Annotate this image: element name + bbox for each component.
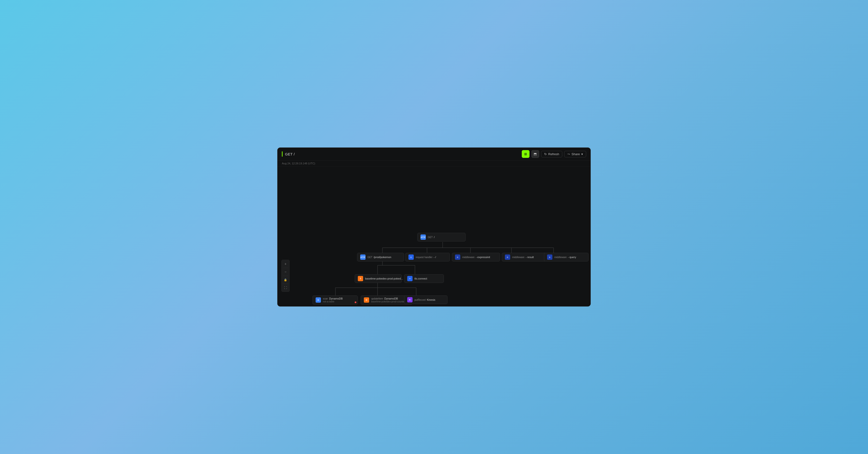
titlebar-right: ⊞ ⬒ ↻ Refresh ⤳ Share ▾ bbox=[522, 150, 586, 158]
lambda-label: baselime-pokedex-prod-poked... bbox=[365, 277, 403, 280]
node-child2[interactable]: ≡ request handler - / bbox=[405, 253, 450, 261]
zoom-controls: + − 🔒 ⛶ bbox=[281, 260, 289, 292]
dynamo2-service: DynamoDB bbox=[384, 297, 398, 300]
accent-bar bbox=[282, 151, 283, 157]
node-root[interactable]: HTTP GET / bbox=[417, 233, 466, 241]
layout-icon: ⊞ bbox=[524, 152, 527, 156]
node-child5[interactable]: ≡ middleware - query bbox=[544, 253, 589, 261]
node-child3[interactable]: ≡ middleware - expressinit bbox=[452, 253, 500, 261]
node-child2-content: request handler - / bbox=[416, 256, 436, 259]
zoom-out-icon: − bbox=[284, 270, 286, 274]
titlebar: GET / ⊞ ⬒ ↻ Refresh ⤳ Share ▾ bbox=[278, 148, 590, 161]
child2-sublabel: - / bbox=[434, 256, 436, 259]
node-root-method: GET bbox=[428, 236, 433, 238]
main-window: GET / ⊞ ⬒ ↻ Refresh ⤳ Share ▾ Aug 24, 12… bbox=[277, 148, 591, 306]
fullscreen-button[interactable]: ⛶ bbox=[283, 285, 288, 291]
node-dynamo1[interactable]: D scan DynamoDB not-a-table bbox=[312, 295, 358, 304]
refresh-icon: ↻ bbox=[544, 152, 547, 156]
lock-icon: 🔒 bbox=[284, 278, 287, 282]
node-child1[interactable]: HTTP GET /prod/pokemon bbox=[357, 253, 404, 261]
subtitle-bar: Aug 24, 12:26:19.148 (UTC) bbox=[278, 161, 590, 166]
child5-label: middleware bbox=[554, 256, 567, 259]
dynamo1-op: scan bbox=[323, 297, 328, 300]
dynamo2-table: baselime-pokedex-prod-counter bbox=[371, 300, 405, 303]
node-lambda[interactable]: λ baselime-pokedex-prod-poked... bbox=[355, 274, 402, 283]
http-icon-root: HTTP bbox=[421, 234, 426, 240]
dynamo2-icon: D bbox=[364, 297, 369, 303]
dynamo1-icon: D bbox=[316, 297, 321, 303]
middleware-icon-2: ≡ bbox=[505, 255, 510, 260]
zoom-in-button[interactable]: + bbox=[283, 261, 288, 267]
zoom-out-button[interactable]: − bbox=[283, 269, 288, 275]
child4-label: middleware bbox=[512, 256, 524, 259]
kinesis-op: putRecord bbox=[414, 299, 426, 301]
page-title: GET / bbox=[285, 152, 294, 156]
node-kinesis-content: putRecord Kinesis bbox=[414, 298, 435, 301]
lock-button[interactable]: 🔒 bbox=[283, 277, 288, 283]
node-tls-content: tls.connect bbox=[414, 277, 427, 280]
expand-icon: ⛶ bbox=[284, 286, 287, 289]
refresh-label: Refresh bbox=[548, 152, 559, 156]
child3-label: middleware bbox=[462, 256, 474, 259]
timestamp: Aug 24, 12:26:19.148 (UTC) bbox=[282, 162, 315, 165]
refresh-button[interactable]: ↻ Refresh bbox=[541, 151, 562, 157]
trace-canvas[interactable]: HTTP GET / HTTP GET /prod/pokemon ≡ bbox=[278, 166, 590, 306]
child1-method: GET bbox=[368, 256, 373, 259]
tls-icon: ≡ bbox=[407, 276, 412, 281]
child2-label: request handler bbox=[416, 256, 433, 259]
node-child1-content: GET /prod/pokemon bbox=[368, 256, 391, 259]
export-icon-btn[interactable]: ⬒ bbox=[531, 150, 539, 158]
child3-sublabel: - expressinit bbox=[476, 256, 490, 259]
error-indicator bbox=[355, 301, 356, 303]
node-dynamo1-content: scan DynamoDB not-a-table bbox=[323, 297, 343, 303]
kinesis-icon: K bbox=[407, 297, 412, 302]
dynamo2-op: updateItem bbox=[371, 297, 383, 300]
child1-path: /prod/pokemon bbox=[374, 256, 391, 259]
lambda-icon: λ bbox=[358, 276, 363, 281]
share-button[interactable]: ⤳ Share ▾ bbox=[564, 151, 586, 157]
child5-sublabel: - query bbox=[568, 256, 576, 259]
zoom-divider-1 bbox=[283, 268, 288, 268]
tls-label: tls.connect bbox=[414, 277, 427, 280]
middleware-icon-3: ≡ bbox=[547, 255, 552, 260]
node-root-content: GET / bbox=[428, 236, 435, 238]
chevron-down-icon: ▾ bbox=[581, 152, 583, 156]
zoom-divider-3 bbox=[283, 284, 288, 284]
node-child5-content: middleware - query bbox=[554, 256, 576, 259]
node-lambda-content: baselime-pokedex-prod-poked... bbox=[365, 277, 403, 280]
zoom-in-icon: + bbox=[284, 262, 286, 266]
handler-icon: ≡ bbox=[408, 255, 414, 260]
child4-sublabel: - result bbox=[526, 256, 534, 259]
node-root-path: / bbox=[434, 236, 435, 238]
export-icon: ⬒ bbox=[534, 152, 537, 156]
share-icon: ⤳ bbox=[567, 152, 570, 156]
kinesis-service: Kinesis bbox=[427, 298, 435, 301]
node-child4-content: middleware - result bbox=[512, 256, 534, 259]
dynamo1-table: not-a-table bbox=[323, 300, 343, 303]
middleware-icon-1: ≡ bbox=[455, 255, 460, 260]
share-label: Share bbox=[571, 152, 580, 156]
http-icon-child1: HTTP bbox=[360, 255, 366, 260]
node-child4[interactable]: ≡ middleware - result bbox=[502, 253, 546, 261]
node-kinesis[interactable]: K putRecord Kinesis bbox=[404, 295, 447, 304]
titlebar-left: GET / bbox=[282, 151, 294, 157]
layout-icon-btn[interactable]: ⊞ bbox=[522, 150, 529, 158]
node-child3-content: middleware - expressinit bbox=[462, 256, 490, 259]
dynamo1-service: DynamoDB bbox=[329, 297, 343, 300]
node-dynamo2-content: updateItem DynamoDB baselime-pokedex-pro… bbox=[371, 297, 405, 303]
node-tls[interactable]: ≡ tls.connect bbox=[404, 274, 444, 283]
